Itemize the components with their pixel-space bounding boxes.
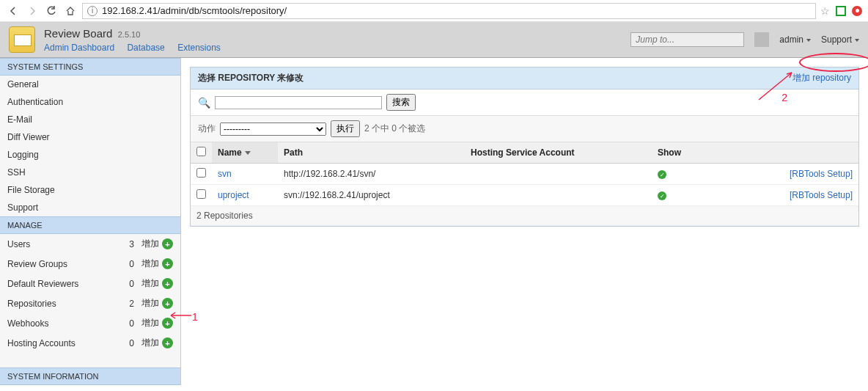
jump-to-input[interactable] — [630, 32, 744, 47]
add-plus-icon[interactable]: + — [162, 278, 173, 289]
manage-count: 0 — [112, 259, 134, 269]
back-icon[interactable] — [6, 4, 21, 18]
manage-label: Default Reviewers — [7, 279, 112, 289]
manage-add-label: 增加 — [141, 277, 159, 290]
bookmark-star-icon[interactable]: ☆ — [820, 5, 830, 17]
add-plus-icon[interactable]: + — [162, 337, 173, 348]
col-hosting[interactable]: Hosting Service Account — [465, 142, 652, 164]
section-system-information: SYSTEM INFORMATION — [0, 368, 180, 385]
manage-count: 0 — [112, 318, 134, 329]
manage-item-repositories[interactable]: Repositories2增加+ — [0, 293, 180, 313]
manage-add-label: 增加 — [141, 337, 159, 349]
sort-indicator-icon — [245, 151, 251, 155]
selection-count: 2 个中 0 个被选 — [364, 123, 425, 135]
search-icon: 🔍 — [198, 97, 210, 109]
sidebar-item-authentication[interactable]: Authentication — [0, 93, 180, 111]
manage-count: 0 — [112, 279, 134, 289]
repo-hosting — [465, 164, 652, 185]
repo-hosting — [465, 185, 652, 206]
search-button[interactable]: 搜索 — [386, 94, 416, 111]
manage-item-review-groups[interactable]: Review Groups0增加+ — [0, 254, 180, 274]
home-icon[interactable] — [63, 4, 78, 18]
manage-add-label: 增加 — [141, 257, 159, 270]
manage-count: 3 — [112, 239, 134, 249]
grid-footer: 2 Repositories — [191, 206, 858, 226]
repo-path: http://192.168.2.41/svn/ — [278, 164, 465, 185]
sidebar-item-e-mail[interactable]: E-Mail — [0, 111, 180, 128]
nav-admin-dashboard[interactable]: Admin Dashboard — [44, 43, 114, 53]
app-version: 2.5.10 — [118, 30, 141, 39]
reload-icon[interactable] — [44, 4, 59, 18]
rbtools-setup-link[interactable]: [RBTools Setup] — [790, 169, 853, 179]
table-row: uprojectsvn://192.168.2.41/uproject✓[RBT… — [191, 185, 858, 206]
repo-name-link[interactable]: svn — [218, 169, 232, 179]
action-label: 动作 — [198, 123, 216, 135]
manage-add-label: 增加 — [141, 317, 159, 329]
manage-item-default-reviewers[interactable]: Default Reviewers0增加+ — [0, 274, 180, 293]
sidebar-item-general[interactable]: General — [0, 76, 180, 93]
avatar[interactable] — [754, 32, 769, 47]
check-ok-icon: ✓ — [658, 191, 666, 200]
col-name[interactable]: Name — [218, 147, 242, 158]
repo-path: svn://192.168.2.41/uproject — [278, 185, 465, 206]
col-show[interactable]: Show — [652, 142, 710, 164]
info-icon[interactable]: i — [87, 6, 98, 16]
url-bar[interactable]: i 192.168.2.41/admin/db/scmtools/reposit… — [82, 3, 816, 19]
manage-label: Hosting Accounts — [7, 338, 112, 348]
section-system-settings: SYSTEM SETTINGS — [0, 58, 180, 76]
manage-item-webhooks[interactable]: Webhooks0增加+ — [0, 313, 180, 333]
extension2-icon[interactable] — [852, 6, 862, 16]
add-plus-icon[interactable]: + — [162, 298, 173, 309]
manage-add-label: 增加 — [141, 238, 159, 250]
add-repository-link[interactable]: 增加 repository — [792, 72, 851, 84]
manage-label: Webhooks — [7, 318, 112, 329]
nav-extensions[interactable]: Extensions — [177, 43, 221, 53]
sidebar-item-support[interactable]: Support — [0, 199, 180, 216]
repo-name-link[interactable]: uproject — [218, 190, 249, 200]
row-checkbox[interactable] — [196, 189, 206, 199]
app-logo-icon — [9, 26, 35, 53]
search-input[interactable] — [215, 96, 382, 109]
add-plus-icon[interactable]: + — [162, 238, 173, 249]
extension-icon[interactable] — [836, 6, 846, 16]
row-checkbox[interactable] — [196, 168, 206, 178]
support-menu[interactable]: Support — [821, 34, 859, 45]
sidebar-item-file-storage[interactable]: File Storage — [0, 181, 180, 199]
select-all-checkbox[interactable] — [196, 147, 206, 156]
nav-database[interactable]: Database — [127, 43, 164, 53]
sidebar-item-diff-viewer[interactable]: Diff Viewer — [0, 128, 180, 146]
action-select[interactable]: --------- — [220, 123, 326, 136]
manage-item-users[interactable]: Users3增加+ — [0, 234, 180, 254]
add-plus-icon[interactable]: + — [162, 318, 173, 329]
rbtools-setup-link[interactable]: [RBTools Setup] — [790, 190, 853, 200]
manage-count: 2 — [112, 299, 134, 309]
manage-label: Review Groups — [7, 259, 112, 269]
forward-icon[interactable] — [25, 4, 40, 18]
table-row: svnhttp://192.168.2.41/svn/✓[RBTools Set… — [191, 164, 858, 185]
manage-count: 0 — [112, 338, 134, 348]
check-ok-icon: ✓ — [658, 170, 666, 179]
sidebar-item-ssh[interactable]: SSH — [0, 164, 180, 181]
url-text: 192.168.2.41/admin/db/scmtools/repositor… — [102, 5, 287, 16]
add-plus-icon[interactable]: + — [162, 258, 173, 269]
manage-label: Repositories — [7, 299, 112, 309]
manage-item-hosting-accounts[interactable]: Hosting Accounts0增加+ — [0, 333, 180, 353]
sidebar-item-logging[interactable]: Logging — [0, 146, 180, 164]
panel-title: 选择 REPOSITORY 来修改 — [198, 72, 304, 84]
manage-label: Users — [7, 239, 112, 249]
manage-add-label: 增加 — [141, 297, 159, 310]
user-menu[interactable]: admin — [779, 34, 811, 45]
app-title: Review Board — [44, 27, 112, 40]
go-button[interactable]: 执行 — [331, 120, 360, 137]
section-manage: MANAGE — [0, 216, 180, 234]
col-path[interactable]: Path — [278, 142, 465, 164]
